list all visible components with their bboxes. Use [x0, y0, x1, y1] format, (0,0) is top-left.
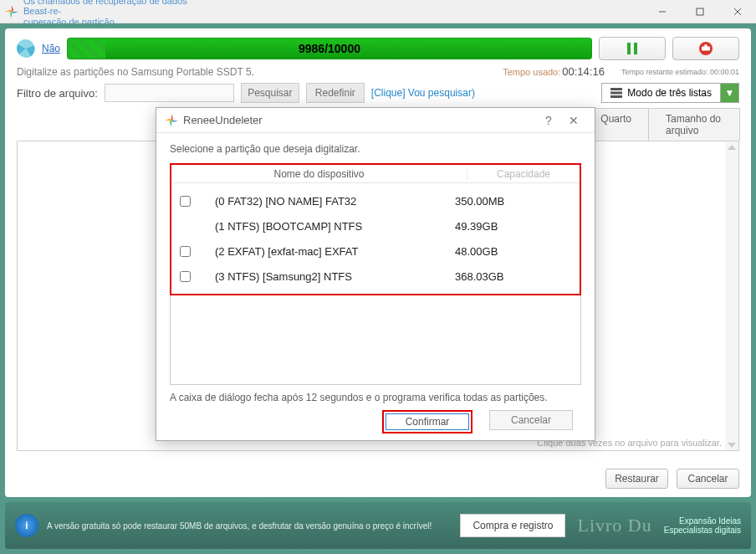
pause-icon — [625, 41, 640, 56]
col-capacity: Capacidade — [467, 168, 580, 180]
list-icon — [610, 88, 622, 98]
scan-info: Digitalize as partições no Samsung Porta… — [17, 66, 254, 78]
reset-button[interactable]: Redefinir — [306, 83, 365, 103]
modal-instruction: Selecione a partição que deseja digitali… — [170, 143, 581, 155]
partition-name: (3 NTFS) [Samsung2] NTFS — [195, 270, 455, 283]
partition-row[interactable]: (2 EXFAT) [exfat-mac] EXFAT48.00GB — [175, 239, 576, 264]
spinner-icon — [17, 39, 35, 58]
maximize-button[interactable] — [681, 0, 718, 23]
partition-checkbox[interactable] — [180, 196, 191, 207]
col-device-name: Nome do dispositivo — [171, 168, 467, 180]
cancel-button[interactable]: Cancelar — [677, 469, 739, 489]
partition-table-empty-area — [170, 295, 581, 385]
filter-label: Filtro de arquivo: — [17, 87, 98, 100]
scrollbar[interactable] — [725, 141, 738, 450]
tab-file-size[interactable]: Tamanho do arquivo — [648, 108, 740, 141]
window-title: Os chamados de recuperação de dados Beas… — [23, 0, 216, 27]
search-button[interactable]: Pesquisar — [241, 83, 299, 103]
scroll-down-arrow[interactable] — [726, 441, 738, 449]
modal-title: ReneeUndeleter — [183, 114, 263, 126]
filter-input[interactable] — [105, 84, 234, 102]
partition-row[interactable]: (1 NTFS) [BOOTCAMP] NTFS49.39GB — [175, 213, 576, 239]
time-used-value: 00:14:16 — [562, 65, 605, 78]
partition-capacity: 49.39GB — [455, 220, 576, 233]
modal-cancel-button[interactable]: Cancelar — [489, 410, 573, 430]
partition-checkbox[interactable] — [180, 271, 191, 282]
bottom-bar: i A versão gratuita só pode restaurar 50… — [5, 502, 751, 549]
svg-rect-5 — [627, 43, 631, 54]
app-icon — [5, 5, 18, 18]
svg-rect-11 — [610, 95, 622, 98]
partition-modal: ReneeUndeleter ? ✕ Selecione a partição … — [156, 107, 595, 441]
brand-logo: Livro Du — [577, 515, 651, 536]
progress-bar: 9986/10000 — [67, 38, 592, 59]
modal-countdown-hint: A caixa de diálogo fecha após 12 segundo… — [170, 392, 581, 403]
view-mode-dropdown-arrow[interactable]: ▼ — [720, 84, 738, 102]
svg-rect-9 — [610, 88, 622, 90]
modal-help-button[interactable]: ? — [536, 108, 561, 133]
svg-rect-10 — [610, 92, 622, 95]
partition-name: (2 EXFAT) [exfat-mac] EXFAT — [195, 245, 455, 258]
time-remaining: Tempo restante estimado: 00:00:01 — [621, 68, 739, 76]
partition-checkbox[interactable] — [180, 246, 191, 257]
svg-rect-6 — [634, 43, 637, 54]
minimize-button[interactable] — [643, 0, 681, 23]
time-used-label: Tempo usado: — [503, 67, 560, 77]
partition-row[interactable]: (0 FAT32) [NO NAME] FAT32350.00MB — [175, 188, 576, 213]
scroll-up-arrow[interactable] — [726, 143, 738, 151]
window-titlebar: Os chamados de recuperação de dados Beas… — [0, 0, 756, 23]
partition-row[interactable]: (3 NTFS) [Samsung2] NTFS368.03GB — [175, 264, 576, 289]
svg-rect-2 — [697, 8, 703, 15]
close-button[interactable] — [718, 0, 756, 23]
modal-app-icon — [165, 114, 178, 127]
partition-capacity: 350.00MB — [455, 195, 576, 208]
stop-icon — [698, 41, 713, 56]
buy-register-button[interactable]: Compra e registro — [460, 514, 565, 537]
restore-button[interactable]: Restaurar — [605, 469, 668, 489]
progress-text: 9986/10000 — [299, 42, 360, 55]
bottom-bar-text: A versão gratuita só pode restaurar 50MB… — [47, 521, 432, 531]
partition-name: (0 FAT32) [NO NAME] FAT32 — [195, 195, 455, 208]
info-icon: i — [15, 514, 38, 537]
partition-capacity: 368.03GB — [455, 270, 576, 283]
confirm-highlight: Confirmar — [382, 410, 472, 433]
click-search-link[interactable]: [Clique] Vou pesquisar) — [371, 87, 475, 99]
view-mode-label: Modo de três listas — [627, 87, 712, 99]
stop-button[interactable] — [672, 37, 739, 60]
cancel-link[interactable]: Não — [42, 43, 60, 54]
modal-confirm-button[interactable]: Confirmar — [386, 413, 469, 430]
partition-table: Nome do dispositivo Capacidade (0 FAT32)… — [170, 163, 581, 295]
pause-button[interactable] — [599, 37, 666, 60]
partition-name: (1 NTFS) [BOOTCAMP] NTFS — [195, 220, 455, 233]
modal-close-button[interactable]: ✕ — [561, 108, 586, 133]
view-mode-selector[interactable]: Modo de três listas ▼ — [601, 83, 739, 103]
sponsor-text: Expansão Ideias Especialistas digitais — [664, 516, 741, 535]
partition-capacity: 48.00GB — [455, 245, 576, 258]
